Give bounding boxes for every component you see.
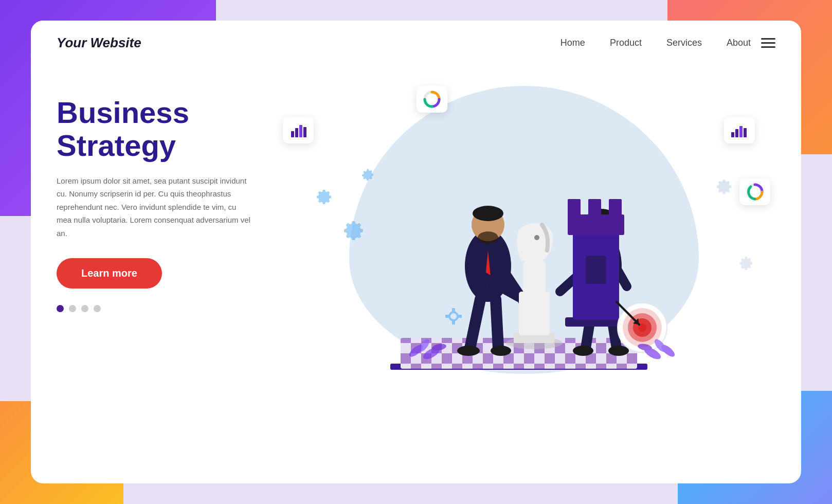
hamburger-line-2 [761,42,775,44]
svg-rect-28 [519,292,550,335]
gear-icon-3 [360,168,375,184]
svg-rect-8 [744,128,747,137]
hero-title: Business Strategy [57,96,273,162]
gear-icon-1 [314,189,334,209]
header: Your Website Home Product Services About [31,21,801,65]
nav-item-home[interactable]: Home [560,38,585,48]
svg-rect-0 [291,131,294,137]
dot-1[interactable] [57,305,64,312]
hamburger-line-3 [761,46,775,48]
hamburger-menu[interactable] [761,38,775,48]
gear-icon-2 [339,220,368,248]
hero-left-content: Business Strategy Lorem ipsum dolor sit … [57,76,273,466]
svg-rect-6 [735,129,738,137]
svg-rect-46 [609,199,622,217]
svg-rect-29 [523,261,546,294]
svg-rect-64 [452,308,455,312]
svg-rect-7 [739,126,743,137]
svg-rect-3 [303,127,306,137]
learn-more-button[interactable]: Learn more [57,258,162,289]
svg-point-18 [478,231,498,244]
svg-point-39 [573,346,593,356]
svg-rect-67 [458,315,462,318]
float-card-bar-1 [283,117,314,143]
svg-rect-65 [452,320,455,325]
svg-rect-45 [588,199,601,217]
svg-rect-5 [731,132,734,137]
svg-rect-47 [586,256,606,284]
svg-rect-44 [568,199,581,217]
chess-scene-svg [349,137,699,405]
hero-illustration [273,76,775,466]
dot-4[interactable] [94,305,101,312]
svg-point-25 [491,346,511,356]
dot-2[interactable] [69,305,76,312]
hero-section: Business Strategy Lorem ipsum dolor sit … [31,65,801,482]
dot-3[interactable] [81,305,88,312]
nav-item-services[interactable]: Services [666,38,702,48]
svg-point-30 [534,235,539,240]
float-card-donut-1 [417,86,447,113]
pagination-dots [57,305,273,312]
svg-point-17 [473,206,503,221]
float-card-bar-2 [724,117,755,143]
svg-rect-43 [568,214,624,235]
gear-icon-5 [737,256,755,274]
logo: Your Website [57,35,560,51]
nav-item-product[interactable]: Product [610,38,642,48]
svg-rect-66 [445,315,449,318]
svg-point-63 [449,312,458,320]
nav-item-about[interactable]: About [727,38,751,48]
navigation: Home Product Services About [560,38,751,48]
float-card-donut-2 [739,178,770,205]
hamburger-line-1 [761,38,775,40]
svg-point-40 [608,346,629,356]
svg-point-24 [457,346,480,356]
svg-line-23 [496,299,498,348]
gear-icon-4 [714,178,734,199]
hero-description: Lorem ipsum dolor sit amet, sea putant s… [57,174,252,240]
svg-rect-2 [299,125,302,137]
svg-rect-1 [295,128,298,137]
main-card: Your Website Home Product Services About… [31,21,801,483]
